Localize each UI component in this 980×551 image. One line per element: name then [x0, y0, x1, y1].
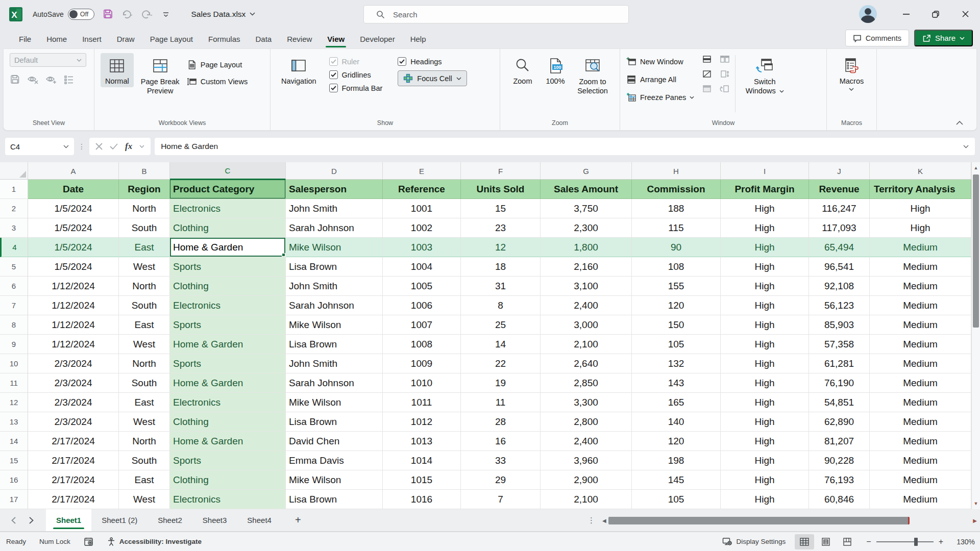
cell-I3[interactable]: High — [721, 218, 809, 238]
cell-C4[interactable]: Home & Garden — [170, 238, 286, 257]
cell-K17[interactable]: Medium — [870, 490, 971, 509]
cell-B17[interactable]: West — [119, 490, 170, 509]
share-button[interactable]: Share — [914, 30, 973, 46]
cell-A12[interactable]: 2/3/2024 — [28, 393, 119, 412]
cell-H1[interactable]: Commission — [632, 180, 721, 199]
cell-B1[interactable]: Region — [119, 180, 170, 199]
cell-C14[interactable]: Home & Garden — [170, 432, 286, 451]
cell-D10[interactable]: John Smith — [286, 354, 383, 373]
cell-H2[interactable]: 188 — [632, 199, 721, 218]
save-icon[interactable] — [103, 9, 113, 19]
cell-A9[interactable]: 1/12/2024 — [28, 335, 119, 354]
ribbon-tab-home[interactable]: Home — [39, 30, 75, 48]
cell-C9[interactable]: Home & Garden — [170, 335, 286, 354]
cell-J3[interactable]: 117,093 — [809, 218, 870, 238]
cell-I5[interactable]: High — [721, 257, 809, 277]
cell-J2[interactable]: 116,247 — [809, 199, 870, 218]
sheet-nav-right-icon[interactable] — [29, 517, 34, 524]
cell-A2[interactable]: 1/5/2024 — [28, 199, 119, 218]
headings-checkbox[interactable]: Headings — [398, 57, 467, 66]
row-header-13[interactable]: 13 — [0, 412, 28, 432]
scroll-right-icon[interactable]: ▶ — [973, 518, 977, 523]
cell-D6[interactable]: John Smith — [286, 277, 383, 296]
cell-F15[interactable]: 33 — [461, 451, 541, 470]
split-icon[interactable] — [702, 55, 712, 63]
cell-H11[interactable]: 143 — [632, 373, 721, 393]
cell-B14[interactable]: North — [119, 432, 170, 451]
sheet-tab-sheet2[interactable]: Sheet2 — [148, 509, 192, 531]
cell-H15[interactable]: 198 — [632, 451, 721, 470]
cell-J12[interactable]: 54,851 — [809, 393, 870, 412]
cell-H17[interactable]: 105 — [632, 490, 721, 509]
close-button[interactable] — [950, 0, 980, 28]
cell-A17[interactable]: 2/17/2024 — [28, 490, 119, 509]
cell-B11[interactable]: South — [119, 373, 170, 393]
view-page-layout-button[interactable] — [816, 534, 836, 549]
undo-button[interactable]: ⌄ — [121, 9, 133, 19]
new-sheet-view-icon[interactable] — [45, 74, 57, 84]
new-sheet-button[interactable]: + — [282, 509, 314, 531]
cell-F14[interactable]: 16 — [461, 432, 541, 451]
cell-G16[interactable]: 2,900 — [541, 470, 632, 490]
sheet-tab-sheet1[interactable]: Sheet1 — [46, 509, 91, 531]
cell-C7[interactable]: Electronics — [170, 296, 286, 315]
column-header-A[interactable]: A — [28, 162, 119, 180]
cell-I17[interactable]: High — [721, 490, 809, 509]
exit-sheet-view-icon[interactable] — [27, 74, 39, 84]
cell-A3[interactable]: 1/5/2024 — [28, 218, 119, 238]
cell-K2[interactable]: High — [870, 199, 971, 218]
cell-B8[interactable]: East — [119, 315, 170, 335]
cell-D4[interactable]: Mike Wilson — [286, 238, 383, 257]
cell-F4[interactable]: 12 — [461, 238, 541, 257]
cell-A11[interactable]: 2/3/2024 — [28, 373, 119, 393]
view-page-break-button[interactable] — [838, 534, 857, 549]
cell-J1[interactable]: Revenue — [809, 180, 870, 199]
vertical-scroll-thumb[interactable] — [973, 174, 979, 328]
column-header-J[interactable]: J — [809, 162, 870, 180]
row-header-12[interactable]: 12 — [0, 393, 28, 412]
cell-D13[interactable]: Lisa Brown — [286, 412, 383, 432]
cell-E14[interactable]: 1013 — [383, 432, 461, 451]
row-header-14[interactable]: 14 — [0, 432, 28, 451]
cell-G12[interactable]: 3,300 — [541, 393, 632, 412]
ribbon-tab-insert[interactable]: Insert — [75, 30, 109, 48]
file-name[interactable]: Sales Data.xlsx — [191, 10, 256, 19]
cell-G15[interactable]: 3,960 — [541, 451, 632, 470]
cell-K1[interactable]: Territory Analysis — [870, 180, 971, 199]
cell-C2[interactable]: Electronics — [170, 199, 286, 218]
zoom-slider-handle[interactable] — [914, 538, 918, 546]
ribbon-tab-draw[interactable]: Draw — [109, 30, 142, 48]
autosave-toggle[interactable]: Off — [68, 9, 94, 20]
cell-B6[interactable]: North — [119, 277, 170, 296]
cell-B5[interactable]: West — [119, 257, 170, 277]
cell-I10[interactable]: High — [721, 354, 809, 373]
cell-G8[interactable]: 3,000 — [541, 315, 632, 335]
page-break-preview-button[interactable]: Page Break Preview — [134, 53, 187, 97]
cell-I7[interactable]: High — [721, 296, 809, 315]
cell-F10[interactable]: 22 — [461, 354, 541, 373]
cell-F2[interactable]: 15 — [461, 199, 541, 218]
cell-H8[interactable]: 150 — [632, 315, 721, 335]
cell-K9[interactable]: Medium — [870, 335, 971, 354]
zoom-to-selection-button[interactable]: Zoom to Selection — [572, 53, 614, 97]
cell-G10[interactable]: 2,640 — [541, 354, 632, 373]
ribbon-tab-formulas[interactable]: Formulas — [201, 30, 248, 48]
ribbon-tab-page-layout[interactable]: Page Layout — [142, 30, 201, 48]
cell-I4[interactable]: High — [721, 238, 809, 257]
cell-B13[interactable]: West — [119, 412, 170, 432]
cell-G9[interactable]: 2,100 — [541, 335, 632, 354]
row-header-4[interactable]: 4 — [0, 238, 28, 257]
cell-H6[interactable]: 155 — [632, 277, 721, 296]
zoom-percentage[interactable]: 130% — [952, 538, 975, 546]
cell-C10[interactable]: Sports — [170, 354, 286, 373]
column-header-B[interactable]: B — [119, 162, 170, 180]
macros-button[interactable]: Macros — [835, 53, 869, 93]
name-box-resize-handle[interactable]: ⋮ — [78, 142, 85, 151]
cell-E7[interactable]: 1006 — [383, 296, 461, 315]
cell-I14[interactable]: High — [721, 432, 809, 451]
cell-F16[interactable]: 29 — [461, 470, 541, 490]
row-header-9[interactable]: 9 — [0, 335, 28, 354]
cell-G6[interactable]: 3,100 — [541, 277, 632, 296]
comments-button[interactable]: Comments — [845, 30, 909, 46]
gridlines-checkbox[interactable]: Gridlines — [329, 70, 383, 79]
